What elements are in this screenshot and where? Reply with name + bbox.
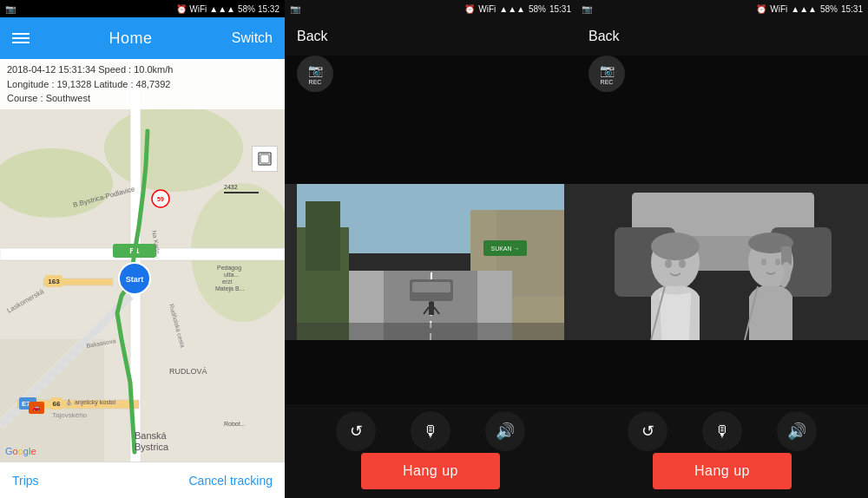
rotate-icon-1: ↺ [350, 422, 363, 441]
back-button-1[interactable]: Back [297, 29, 328, 44]
v2-signal: ▲▲▲ [791, 4, 817, 14]
speaker-icon-2: 🔊 [787, 422, 806, 441]
rec-button-area-1: 📷 REC [297, 56, 333, 92]
video-panel-2: 📷 ⏰ WiFi ▲▲▲ 58% 15:31 Back 📷 REC [576, 0, 868, 498]
svg-point-73 [679, 259, 686, 268]
video-cam-icon-1: 📷 [290, 4, 300, 14]
video-panel-1: 📷 ⏰ WiFi ▲▲▲ 58% 15:31 Back 📷 REC [285, 0, 576, 498]
speaker-button-2[interactable]: 🔊 [777, 411, 817, 451]
svg-text:⛪ anjelický kostol: ⛪ anjelický kostol [65, 398, 115, 406]
header-title: Home [108, 29, 152, 48]
signal-icon: ▲▲▲ [209, 4, 235, 14]
video-cam-icon-2: 📷 [582, 4, 592, 14]
info-bar: 2018-04-12 15:31:34 Speed : 10.0km/h Lon… [0, 59, 285, 109]
rec-button-area-2: 📷 REC [589, 56, 625, 92]
v2-battery: 58% [820, 4, 838, 14]
v2-time: 15:31 [841, 4, 863, 14]
svg-text:Banská: Banská [135, 430, 168, 441]
switch-button[interactable]: Switch [232, 30, 273, 46]
mic-button-1[interactable]: 🎙 [411, 411, 450, 451]
video-bottom-black-1 [285, 340, 576, 404]
map-view[interactable]: R1 B.Bystrica-Podlavice Laskomerská Na K… [0, 59, 285, 498]
svg-point-72 [665, 259, 672, 268]
svg-text:2432: 2432 [224, 184, 238, 190]
info-line1: 2018-04-12 15:31:34 Speed : 10.0km/h [7, 62, 278, 77]
info-line3: Course : Southwest [7, 91, 278, 106]
mic-button-2[interactable]: 🎙 [702, 411, 742, 451]
rec-cam-icon-1: 📷 [308, 63, 323, 77]
mic-icon-2: 🎙 [714, 423, 730, 441]
status-bar-right: ⏰ WiFi ▲▲▲ 58% 15:32 [176, 4, 279, 14]
rotate-icon-2: ↺ [641, 422, 654, 441]
svg-rect-44 [260, 154, 269, 163]
video-controls-2: ↺ 🎙 🔊 [576, 411, 868, 451]
video-status-bar-1: 📷 ⏰ WiFi ▲▲▲ 58% 15:31 [285, 0, 576, 17]
v1-battery: 58% [529, 4, 546, 14]
svg-rect-60 [412, 282, 450, 292]
mic-icon-1: 🎙 [423, 423, 438, 441]
svg-point-77 [775, 259, 780, 265]
rec-button-1[interactable]: 📷 REC [297, 56, 333, 92]
video-main-frame-1: SUKAN → [285, 184, 576, 340]
video-main-frame-2 [576, 184, 868, 340]
svg-text:erzí: erzí [222, 278, 233, 285]
svg-point-76 [761, 259, 766, 265]
svg-text:59: 59 [157, 196, 164, 202]
svg-text:Bystrica: Bystrica [135, 442, 169, 452]
svg-rect-56 [429, 302, 434, 315]
hangup-button-1[interactable]: Hang up [361, 453, 500, 489]
svg-text:163: 163 [48, 278, 60, 285]
rec-cam-icon-2: 📷 [600, 63, 615, 77]
speaker-button-1[interactable]: 🔊 [485, 411, 525, 451]
status-bar-left: 📷 [5, 4, 16, 14]
hangup-button-2[interactable]: Hang up [653, 453, 792, 489]
svg-text:RUDLOVÁ: RUDLOVÁ [169, 367, 207, 376]
app-header: Home Switch [0, 17, 285, 59]
svg-text:Tajovského: Tajovského [52, 411, 88, 419]
battery-text: 58% [238, 4, 255, 14]
svg-marker-63 [297, 323, 564, 340]
video-controls-1: ↺ 🎙 🔊 [285, 411, 576, 451]
camera-status-icon: 📷 [5, 4, 16, 14]
trips-button[interactable]: Trips [12, 474, 39, 488]
map-layer-button[interactable] [252, 146, 278, 172]
svg-point-2 [104, 105, 243, 192]
wifi-icon: WiFi [189, 4, 207, 14]
status-bar-map: 📷 ⏰ WiFi ▲▲▲ 58% 15:32 [0, 0, 285, 17]
svg-rect-39 [224, 192, 259, 193]
v2-alarm: ⏰ [756, 4, 766, 14]
map-panel: 📷 ⏰ WiFi ▲▲▲ 58% 15:32 Home Switch 2018-… [0, 0, 285, 498]
video-top-bar-1: Back [285, 17, 576, 56]
svg-text:Mateja B...: Mateja B... [215, 285, 245, 292]
svg-text:ulta...: ulta... [224, 272, 239, 278]
cancel-tracking-button[interactable]: Cancel tracking [189, 474, 273, 488]
svg-text:Start: Start [126, 275, 144, 284]
v1-alarm: ⏰ [464, 4, 475, 14]
svg-text:Robot...: Robot... [224, 421, 246, 427]
svg-text:66: 66 [53, 400, 61, 408]
video-status-bar-2: 📷 ⏰ WiFi ▲▲▲ 58% 15:31 [576, 0, 868, 17]
rotate-button-2[interactable]: ↺ [628, 411, 667, 451]
video-top-bar-2: Back [576, 17, 868, 56]
svg-text:SUKAN →: SUKAN → [490, 246, 519, 252]
svg-rect-48 [306, 201, 340, 271]
v1-signal: ▲▲▲ [499, 4, 525, 14]
v1-wifi: WiFi [478, 4, 496, 14]
rec-label-1: REC [309, 79, 322, 85]
map-bottom-bar: Trips Cancel tracking [0, 462, 285, 498]
google-logo: Google [5, 446, 36, 456]
v2-wifi: WiFi [770, 4, 787, 14]
alarm-icon: ⏰ [176, 4, 187, 14]
rotate-button-1[interactable]: ↺ [336, 411, 376, 451]
svg-text:Pedagog: Pedagog [217, 265, 241, 272]
rec-label-2: REC [601, 79, 614, 85]
v1-time: 15:31 [549, 4, 571, 14]
time-text: 15:32 [258, 4, 279, 14]
svg-point-71 [651, 233, 700, 260]
hamburger-menu[interactable] [12, 33, 30, 43]
svg-text:🚗: 🚗 [32, 403, 41, 411]
speaker-icon-1: 🔊 [496, 422, 515, 441]
back-button-2[interactable]: Back [589, 29, 620, 44]
video-bottom-black-2 [576, 340, 868, 404]
rec-button-2[interactable]: 📷 REC [589, 56, 625, 92]
